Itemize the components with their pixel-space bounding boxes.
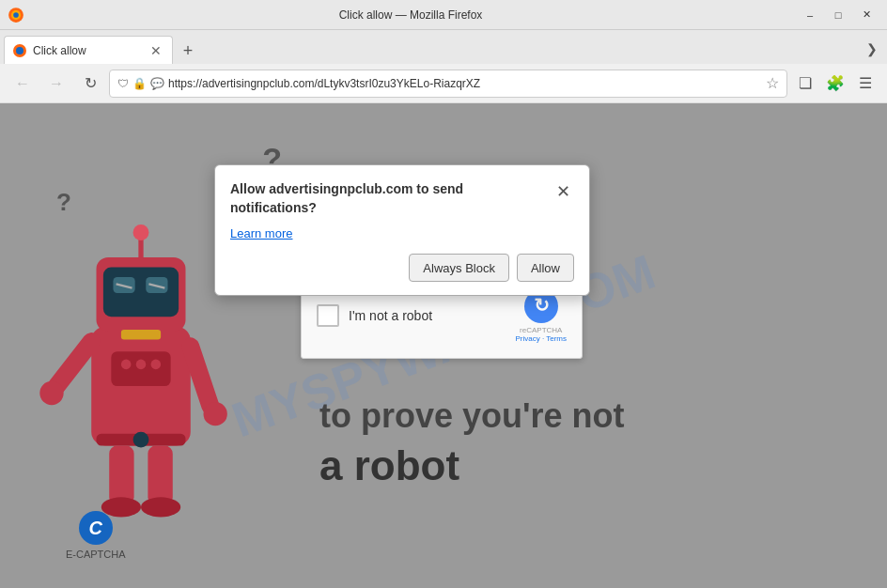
page-content: MYSPYWARE.COM ? ? (0, 103, 887, 588)
recaptcha-checkbox[interactable] (317, 304, 339, 327)
svg-point-13 (133, 224, 149, 240)
maximize-button[interactable]: □ (825, 5, 851, 25)
robot-svg (38, 188, 244, 545)
close-button[interactable]: ✕ (853, 5, 879, 25)
svg-point-22 (39, 381, 63, 405)
url-bar[interactable]: 🛡 🔒 💬 https://advertisingnpclub.com/dLty… (109, 70, 787, 98)
notification-dialog: Allow advertisingnpclub.com to send noti… (214, 164, 590, 296)
window-controls: – □ ✕ (797, 5, 879, 25)
svg-point-20 (133, 432, 149, 448)
svg-point-28 (141, 497, 180, 517)
tab-favicon-icon (12, 43, 27, 58)
menu-button[interactable]: ☰ (851, 70, 879, 98)
notif-actions: Always Block Allow (230, 254, 574, 282)
notif-title: Allow advertisingnpclub.com to send noti… (230, 180, 550, 217)
svg-line-21 (56, 342, 91, 387)
pocket-button[interactable]: ❏ (791, 70, 819, 98)
firefox-window: Click allow — Mozilla Firefox – □ ✕ Clic… (0, 0, 887, 588)
ecaptcha-label: E-CAPTCHA (66, 549, 126, 560)
recaptcha-brand: reCAPTCHA (520, 326, 562, 334)
firefox-logo-icon (8, 7, 24, 23)
page-text-line3: a robot (319, 439, 625, 492)
nav-bar: ← → ↻ 🛡 🔒 💬 https://advertisingnpclub.co… (0, 64, 887, 103)
notif-dialog-header: Allow advertisingnpclub.com to send noti… (230, 180, 574, 217)
tab-close-button[interactable]: ✕ (148, 43, 164, 58)
tab-scroll-button[interactable]: ❯ (861, 38, 883, 60)
bookmark-star-icon[interactable]: ☆ (766, 74, 779, 92)
window-title: Click allow — Mozilla Firefox (24, 8, 797, 22)
notification-icon: 💬 (150, 77, 164, 90)
svg-rect-26 (148, 445, 172, 504)
new-tab-button[interactable]: + (175, 38, 201, 64)
svg-point-2 (13, 12, 19, 18)
lock-icon: 🔒 (132, 77, 147, 90)
page-text-line2: to prove you're not (319, 395, 625, 439)
recaptcha-links[interactable]: Privacy · Terms (515, 334, 567, 343)
svg-point-24 (204, 402, 227, 426)
url-text: https://advertisingnpclub.com/dLtykv3tsr… (168, 77, 762, 90)
svg-line-23 (191, 347, 210, 406)
nav-right-controls: ❏ 🧩 ☰ (791, 70, 879, 98)
svg-rect-25 (109, 445, 133, 504)
notif-learn-more-link[interactable]: Learn more (230, 226, 574, 240)
recaptcha-label: I'm not a robot (349, 308, 432, 323)
svg-point-4 (16, 47, 23, 54)
url-security-icons: 🛡 🔒 💬 (117, 77, 164, 90)
forward-button[interactable]: → (41, 70, 71, 98)
minimize-button[interactable]: – (797, 5, 823, 25)
page-text-lower: to prove you're not a robot (319, 395, 625, 492)
always-block-button[interactable]: Always Block (409, 254, 509, 282)
tab-bar-right: ❯ (861, 38, 883, 64)
title-bar: Click allow — Mozilla Firefox – □ ✕ (0, 0, 887, 30)
recaptcha-right: ↻ reCAPTCHA Privacy · Terms (515, 288, 567, 343)
ecaptcha-branding: C E-CAPTCHA (66, 511, 126, 560)
svg-point-18 (151, 360, 162, 370)
reload-button[interactable]: ↻ (75, 70, 105, 98)
svg-text:↻: ↻ (533, 295, 549, 316)
allow-button[interactable]: Allow (517, 254, 574, 282)
recaptcha-left: I'm not a robot (317, 304, 432, 327)
svg-point-16 (121, 360, 132, 370)
svg-point-17 (136, 360, 147, 370)
notif-close-button[interactable]: ✕ (552, 180, 574, 203)
extensions-button[interactable]: 🧩 (821, 70, 849, 98)
tab-bar: Click allow ✕ + ❯ (0, 30, 887, 64)
active-tab[interactable]: Click allow ✕ (4, 36, 173, 64)
shield-icon: 🛡 (117, 77, 129, 90)
ecaptcha-logo-icon: C (79, 511, 113, 545)
svg-rect-14 (121, 330, 161, 340)
tab-label: Click allow (33, 44, 142, 57)
back-button[interactable]: ← (8, 70, 38, 98)
